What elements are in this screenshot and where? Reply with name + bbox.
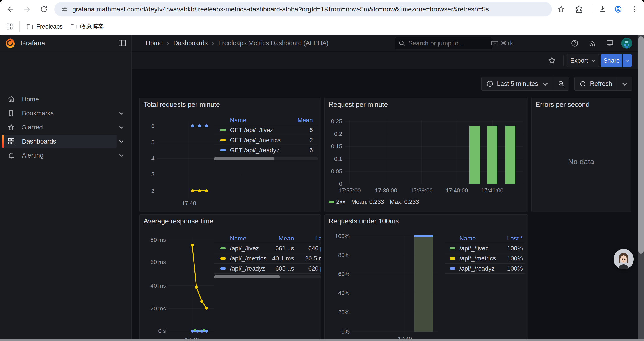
series-color-pill[interactable] [450,267,456,270]
series-color-pill[interactable] [450,257,456,260]
series-color-pill[interactable] [220,149,226,151]
legend-row: /api/_/metrics 40.1 ms 20.5 ms [214,253,321,263]
share-label: Share [604,57,620,64]
grafana-logo[interactable] [5,38,15,49]
legend-series-2xx[interactable]: 2xx [328,199,346,205]
sidebar-item-dashboards[interactable]: Dashboards [0,135,132,148]
export-button[interactable]: Export [567,54,599,67]
breadcrumb-home[interactable]: Home [146,40,163,47]
svg-text:0.15: 0.15 [331,143,342,150]
series-name[interactable]: GET /api/_/readyz [230,147,279,154]
svg-text:0.1: 0.1 [334,156,342,162]
legend-header-last[interactable]: Last [294,235,321,242]
legend-header-name[interactable]: Name [445,235,501,242]
legend-header: Name Mean Last [214,234,321,243]
panel-title[interactable]: Requests under 100ms [328,217,399,225]
dashboard-actions-row: Export Share [132,52,644,70]
back-icon [6,5,14,13]
panel-title[interactable]: Total requests per minute [144,101,220,109]
help-icon [571,39,579,47]
series-name[interactable]: GET /api/_/metrics [230,137,280,144]
breadcrumb-dashboards[interactable]: Dashboards [174,40,208,47]
monitor-icon [606,39,614,47]
favorite-dashboard-button[interactable] [546,55,558,67]
bell-icon [8,152,15,159]
share-menu-button[interactable] [622,54,632,67]
downloads-button[interactable] [596,3,608,15]
sidebar-item-bookmarks[interactable]: Bookmarks [0,107,132,120]
chevron-down-icon [625,58,630,63]
legend-header-name[interactable]: Name [214,235,272,242]
bookmark-star-button[interactable] [555,3,567,15]
series-color-pill[interactable] [220,247,226,249]
svg-text:40%: 40% [338,290,350,296]
profile-button[interactable] [612,3,624,15]
forward-icon [23,5,31,13]
bookmark-folder-freeleaps[interactable]: Freeleaps [23,21,66,32]
back-button[interactable] [4,3,17,15]
series-name[interactable]: /api/_/metrics [230,255,266,262]
sidebar-toggle-button[interactable] [118,39,127,47]
chevron-down-icon[interactable] [118,124,124,130]
search-box[interactable]: ⌘+k [394,37,493,49]
sidebar-item-home[interactable]: Home [0,93,132,106]
url-bar[interactable] [54,2,552,17]
news-button[interactable] [587,38,598,49]
panel-title[interactable]: Request per minute [328,101,388,109]
series-color-pill[interactable] [220,257,226,260]
series-name[interactable]: /api/_/readyz [230,265,265,272]
svg-text:0.25: 0.25 [331,118,342,125]
legend-scrollbar[interactable] [214,275,321,278]
series-name[interactable]: /api/_/readyz [460,265,494,272]
legend-header-name[interactable]: Name [214,117,296,124]
time-range-button[interactable]: Last 5 minutes [482,77,554,90]
panel-title[interactable]: Average response time [144,217,213,225]
series-color-pill[interactable] [220,129,226,131]
site-info-icon[interactable] [60,6,68,13]
vertical-scrollbar-thumb[interactable] [638,37,644,254]
panel-title[interactable]: Errors per second [536,101,590,109]
refresh-interval-button[interactable] [617,77,632,90]
sidebar-item-starred[interactable]: Starred [0,121,132,134]
chevron-down-icon[interactable] [118,138,124,144]
reload-button[interactable] [38,3,50,15]
legend-scrollbar[interactable] [214,157,318,160]
apps-button[interactable] [3,21,16,32]
svg-text:40 ms: 40 ms [150,282,166,289]
avatar-image [621,38,632,49]
floating-assistant-avatar[interactable] [614,249,634,269]
bookmark-icon [8,110,15,117]
series-name[interactable]: /api/_/metrics [460,255,496,262]
series-color-pill[interactable] [450,247,456,249]
share-button[interactable]: Share [601,54,622,67]
legend-header-mean[interactable]: Mean [272,235,294,242]
svg-text:0.05: 0.05 [331,168,342,175]
help-button[interactable] [570,38,580,49]
series-color-pill[interactable] [220,267,226,270]
series-last: 100% [501,255,525,262]
extensions-button[interactable] [573,3,585,15]
refresh-button[interactable]: Refresh [574,77,617,90]
sidebar-item-alerting[interactable]: Alerting [0,149,132,162]
series-name[interactable]: GET /api/_/livez [230,127,273,134]
display-button[interactable] [604,38,615,49]
forward-button[interactable] [21,3,33,15]
chevron-down-icon[interactable] [118,153,124,158]
request-per-minute-chart[interactable]: 0.25 0.2 0.15 0.1 0.05 0 17:37:00 17:38:… [328,118,525,197]
legend-header-last[interactable]: Last * [501,235,525,242]
browser-menu-button[interactable] [629,3,641,15]
zoom-out-button[interactable] [554,77,569,90]
search-input[interactable] [408,40,491,47]
url-input[interactable] [72,6,489,13]
user-avatar[interactable] [621,38,632,49]
legend-header-mean[interactable]: Mean [296,117,318,124]
export-label: Export [570,57,588,64]
series-name[interactable]: /api/_/livez [460,245,488,252]
series-name[interactable]: /api/_/livez [230,245,259,252]
bookmark-label: Freeleaps [36,23,63,30]
series-color-pill[interactable] [220,139,226,141]
chevron-down-icon[interactable] [118,110,124,116]
bookmark-folder-blogs[interactable]: 收藏博客 [67,21,107,32]
svg-text:17:40:00: 17:40:00 [446,187,468,194]
horizontal-scrollbar[interactable] [0,339,644,341]
